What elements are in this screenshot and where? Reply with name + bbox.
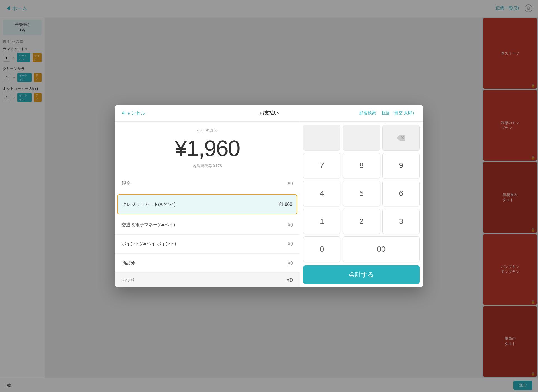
- modal-title: お支払い: [259, 110, 279, 116]
- numpad-empty-1: [303, 125, 340, 151]
- numpad-1[interactable]: 1: [303, 209, 340, 234]
- payment-ic-amount: ¥0: [288, 223, 293, 228]
- numpad-7[interactable]: 7: [303, 153, 340, 179]
- modal-left-panel: 小計 ¥1,960 ¥1,960 内消費税等 ¥178 現金 ¥0 クレジットカ…: [115, 122, 300, 287]
- payment-gift-voucher[interactable]: 商品券 ¥0: [115, 254, 300, 273]
- payment-credit-card[interactable]: クレジットカード(Airペイ) ¥1,960: [117, 194, 297, 214]
- payment-voucher-amount: ¥0: [288, 261, 293, 266]
- payment-credit-amount: ¥1,960: [279, 202, 292, 207]
- payment-cash-amount: ¥0: [288, 181, 293, 186]
- numpad-0[interactable]: 0: [303, 236, 340, 262]
- cancel-button[interactable]: キャンセル: [122, 110, 145, 116]
- numpad-panel: 7 8 9 4 5 6 1 2 3 0 00 会計する: [300, 122, 423, 287]
- numpad-5[interactable]: 5: [343, 181, 380, 206]
- numpad-2[interactable]: 2: [343, 209, 380, 234]
- payment-credit-name: クレジットカード(Airペイ): [122, 202, 279, 207]
- subtotal-label: 小計 ¥1,960: [120, 128, 294, 133]
- modal-body: 小計 ¥1,960 ¥1,960 内消費税等 ¥178 現金 ¥0 クレジットカ…: [115, 122, 423, 287]
- numpad-00[interactable]: 00: [343, 236, 420, 262]
- numpad-4[interactable]: 4: [303, 181, 340, 206]
- modal-overlay: キャンセル お支払い 顧客検索 担当（青空 太郎） 小計 ¥1,960 ¥1,9…: [0, 0, 538, 392]
- payment-cash-name: 現金: [122, 181, 288, 186]
- payment-ic-card[interactable]: 交通系電子マネー(Airペイ) ¥0: [115, 216, 300, 235]
- numpad-8[interactable]: 8: [343, 153, 380, 179]
- payment-points-name: ポイント(Airペイ ポイント): [122, 241, 288, 247]
- payment-points-amount: ¥0: [288, 242, 293, 247]
- payment-points[interactable]: ポイント(Airペイ ポイント) ¥0: [115, 235, 300, 254]
- tax-label: 内消費税等 ¥178: [120, 164, 294, 169]
- numpad-empty-2: [343, 125, 380, 151]
- modal-footer: おつり ¥0: [115, 273, 300, 287]
- modal-header: キャンセル お支払い 顧客検索 担当（青空 太郎）: [115, 105, 423, 122]
- payment-methods-list: 現金 ¥0 クレジットカード(Airペイ) ¥1,960 交通系電子マネー(Ai…: [115, 174, 300, 273]
- payment-cash[interactable]: 現金 ¥0: [115, 174, 300, 193]
- numpad-3[interactable]: 3: [382, 209, 420, 234]
- amount-section: 小計 ¥1,960 ¥1,960 内消費税等 ¥178: [115, 122, 300, 174]
- change-amount: ¥0: [287, 277, 293, 283]
- modal-right-actions: 顧客検索 担当（青空 太郎）: [359, 110, 416, 116]
- numpad-9[interactable]: 9: [382, 153, 420, 179]
- payment-modal: キャンセル お支払い 顧客検索 担当（青空 太郎） 小計 ¥1,960 ¥1,9…: [115, 105, 423, 287]
- payment-voucher-name: 商品券: [122, 260, 288, 266]
- main-amount: ¥1,960: [120, 136, 294, 161]
- numpad-6[interactable]: 6: [382, 181, 420, 206]
- numpad-backspace[interactable]: [382, 125, 420, 151]
- customer-search-button[interactable]: 顧客検索: [359, 110, 376, 116]
- staff-button[interactable]: 担当（青空 太郎）: [382, 110, 416, 116]
- change-label: おつり: [122, 277, 287, 283]
- checkout-button[interactable]: 会計する: [303, 265, 420, 284]
- numpad-grid: 7 8 9 4 5 6 1 2 3 0 00: [303, 125, 420, 262]
- payment-ic-name: 交通系電子マネー(Airペイ): [122, 222, 288, 228]
